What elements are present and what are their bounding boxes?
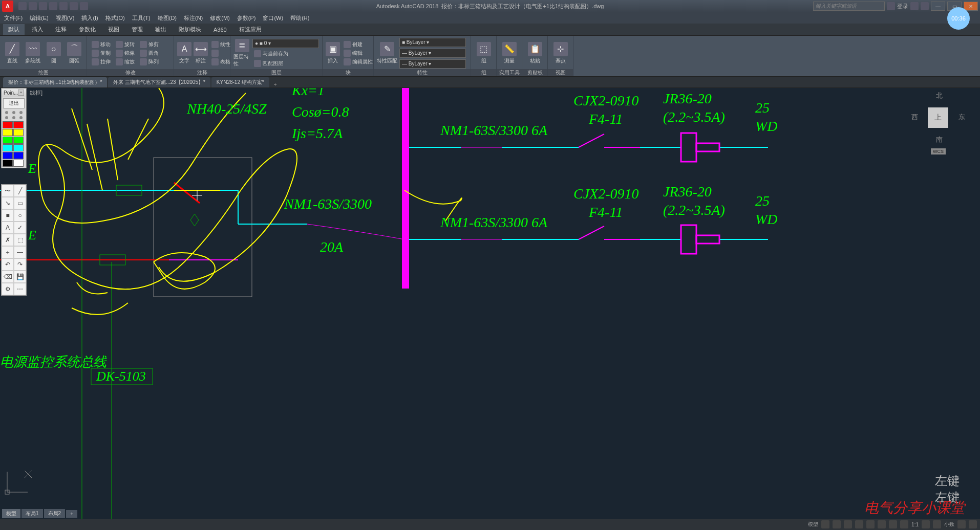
drawing-area[interactable]: 线框]: [0, 88, 980, 519]
text-button[interactable]: A文字: [177, 39, 191, 68]
leader-button[interactable]: [210, 49, 232, 57]
ribbon-tab-default[interactable]: 默认: [3, 24, 25, 35]
ribbon-tab-annotate[interactable]: 注释: [50, 24, 72, 35]
measure-button[interactable]: 📏测量: [500, 39, 519, 68]
menu-help[interactable]: 帮助(H): [290, 14, 309, 22]
linetype-button[interactable]: 线性: [210, 40, 232, 49]
status-custom-icon[interactable]: [969, 520, 977, 528]
ribbon-tab-output[interactable]: 输出: [150, 24, 172, 35]
scale-button[interactable]: 缩放: [114, 58, 136, 66]
status-clean-icon[interactable]: [957, 520, 966, 528]
viewcube-west[interactable]: 西: [911, 113, 918, 122]
viewcube-wcs[interactable]: WCS: [931, 148, 946, 154]
menu-dim[interactable]: 标注(N): [184, 14, 203, 22]
tool-line2-icon[interactable]: ╱: [14, 185, 26, 197]
visual-style-label[interactable]: 线框]: [30, 89, 42, 97]
viewcube-top[interactable]: 上: [928, 107, 948, 128]
qat-open-icon[interactable]: [29, 2, 37, 10]
arc-button[interactable]: ⌒圆弧: [65, 39, 83, 68]
tool-erase-icon[interactable]: ⌫: [2, 271, 14, 283]
tool-redo-icon[interactable]: ↷: [14, 258, 26, 271]
tool-plus-icon[interactable]: ＋: [2, 246, 14, 258]
menu-view[interactable]: 视图(V): [56, 14, 75, 22]
color-cyan[interactable]: [3, 144, 13, 151]
help-search-input[interactable]: 键入关键字或短语: [813, 2, 885, 11]
layer-dropdown[interactable]: ● ■ 0 ▾: [252, 39, 319, 48]
linetype-dropdown[interactable]: — ByLayer ▾: [399, 59, 466, 69]
qat-redo-icon[interactable]: [80, 2, 88, 10]
ribbon-tab-insert[interactable]: 插入: [27, 24, 48, 35]
exchange-icon[interactable]: [910, 2, 919, 10]
table-button[interactable]: 表格: [210, 58, 232, 66]
qat-undo-icon[interactable]: [70, 2, 78, 10]
status-transparency-icon[interactable]: [900, 520, 908, 528]
matchlayer-button[interactable]: 匹配图层: [252, 59, 319, 68]
basepoint-button[interactable]: ⊹基点: [551, 39, 570, 68]
tool-select-icon[interactable]: ⬚: [14, 234, 26, 246]
ribbon-tab-addins[interactable]: 附加模块: [174, 24, 206, 35]
menu-tools[interactable]: 工具(T): [132, 14, 151, 22]
tab-layout1[interactable]: 布局1: [22, 509, 43, 518]
tool-undo-icon[interactable]: ↶: [2, 258, 14, 271]
tab-layout2[interactable]: 布局2: [44, 509, 66, 518]
matchprop-button[interactable]: ✎特性匹配: [377, 39, 397, 68]
qat-save-icon[interactable]: [39, 2, 47, 10]
status-scale[interactable]: 1:1: [911, 522, 919, 527]
menu-file[interactable]: 文件(F): [4, 14, 23, 22]
tool-check-icon[interactable]: ✓: [14, 222, 26, 234]
status-otrack-icon[interactable]: [878, 520, 886, 528]
status-units[interactable]: 小数: [944, 521, 954, 528]
login-label[interactable]: 登录: [897, 3, 908, 10]
menu-format[interactable]: 格式(O): [105, 14, 125, 22]
viewcube-east[interactable]: 东: [958, 113, 965, 122]
ribbon-tab-view[interactable]: 视图: [103, 24, 124, 35]
tool-freehand-icon[interactable]: 〜: [2, 185, 14, 197]
status-snap-icon[interactable]: [833, 520, 841, 528]
qat-saveas-icon[interactable]: [49, 2, 57, 10]
tool-rectfill-icon[interactable]: ■: [2, 209, 14, 222]
color-cyan2[interactable]: [13, 144, 24, 151]
signin-icon[interactable]: [887, 2, 895, 10]
status-ortho-icon[interactable]: [844, 520, 852, 528]
color-dropdown[interactable]: ■ ByLayer ▾: [399, 38, 466, 47]
stretch-button[interactable]: 拉伸: [90, 58, 112, 66]
insert-button[interactable]: ▣插入: [326, 39, 340, 68]
tool-ellipse-icon[interactable]: ○: [14, 209, 26, 222]
array-button[interactable]: 阵列: [138, 58, 160, 66]
color-blue2[interactable]: [13, 152, 24, 159]
pointer-tool-title[interactable]: Poin...×: [2, 89, 26, 97]
menu-modify[interactable]: 修改(M): [210, 14, 230, 22]
ribbon-tab-a360[interactable]: A360: [208, 25, 232, 34]
viewcube[interactable]: 北 南 西 东 上 WCS: [913, 93, 965, 144]
menu-draw[interactable]: 绘图(D): [158, 14, 177, 22]
pointer-tool-close-icon[interactable]: ×: [18, 90, 24, 96]
edit-button[interactable]: 编辑: [342, 49, 374, 57]
app-logo[interactable]: A: [2, 1, 13, 12]
editattr-button[interactable]: 编辑属性: [342, 58, 374, 66]
minimize-button[interactable]: —: [931, 2, 945, 11]
tab-model[interactable]: 模型: [2, 509, 20, 518]
dim-button[interactable]: ⟷标注: [194, 39, 208, 68]
status-lwt-icon[interactable]: [889, 520, 897, 528]
fillet-button[interactable]: 圆角: [138, 49, 160, 57]
circle-button[interactable]: ○圆: [45, 39, 63, 68]
color-green2[interactable]: [13, 137, 24, 144]
tool-gear-icon[interactable]: ⚙: [2, 283, 14, 295]
pointer-tool-window[interactable]: Poin...× 退出: [1, 88, 27, 168]
status-model[interactable]: 模型: [808, 521, 818, 528]
menu-param[interactable]: 参数(P): [237, 14, 256, 22]
tool-text2-icon[interactable]: A: [2, 222, 14, 234]
lineweight-dropdown[interactable]: — ByLayer ▾: [399, 49, 466, 58]
tool-rect-icon[interactable]: ▭: [14, 197, 26, 209]
ribbon-tab-featured[interactable]: 精选应用: [234, 24, 267, 35]
color-blue[interactable]: [3, 152, 13, 159]
color-red2[interactable]: [13, 121, 24, 128]
makecurrent-button[interactable]: 与当前存为: [252, 50, 319, 58]
status-workspace-icon[interactable]: [933, 520, 941, 528]
qat-plot-icon[interactable]: [59, 2, 68, 10]
tool-save-icon[interactable]: 💾: [14, 271, 26, 283]
menu-insert[interactable]: 插入(I): [81, 14, 98, 22]
tool-cross-icon[interactable]: ✗: [2, 234, 14, 246]
file-tab-1[interactable]: 报价：非标三箱结构...1比1结构装配图）*: [3, 77, 107, 87]
drawing-canvas[interactable]: NH40-25/4SZ Kx=1 Cosø=0.8 Ijs=5.7A NM1-6…: [0, 88, 980, 519]
